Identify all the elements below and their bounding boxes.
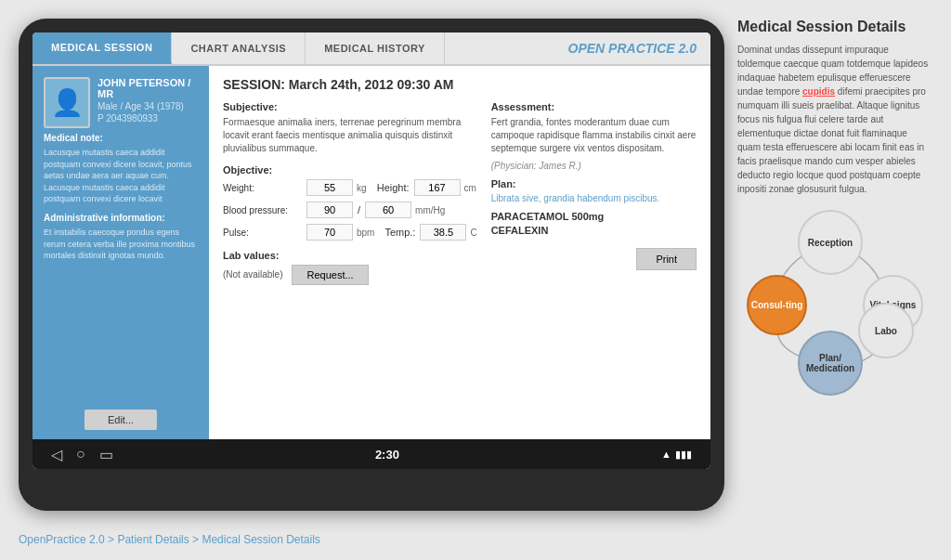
medical-note-section: Medical note: Lacusque mutastis caeca ad… bbox=[44, 133, 198, 262]
node-reception: Reception bbox=[798, 210, 863, 275]
node-consulting: Consul-ting bbox=[747, 275, 807, 335]
tab-chart-analysis[interactable]: CHART ANALYSIS bbox=[172, 33, 306, 64]
height-input[interactable] bbox=[414, 179, 461, 196]
tab-medical-history[interactable]: MEDICAL HISTORY bbox=[306, 33, 445, 64]
sidebar-title: Medical Session Details bbox=[737, 19, 932, 35]
pulse-label: Pulse: bbox=[223, 228, 306, 238]
weight-unit: kg bbox=[357, 183, 367, 193]
subjective-text: Formaesque animalia iners, terrenae pere… bbox=[223, 116, 477, 155]
bp-sys-input[interactable] bbox=[306, 202, 353, 218]
patient-id: P 2043980933 bbox=[98, 113, 198, 124]
lab-status: (Not available) bbox=[223, 268, 282, 281]
patient-name: JOHN PETERSON / MR bbox=[98, 77, 198, 99]
right-sidebar: Medical Session Details Dominat undas di… bbox=[737, 19, 932, 396]
node-labo: Labo bbox=[858, 303, 914, 358]
plan-text: Librata sive, grandia habendum piscibus. bbox=[491, 193, 697, 203]
tablet-frame: MEDICAL SESSION CHART ANALYSIS MEDICAL H… bbox=[19, 19, 724, 511]
assessment-label: Assessment: bbox=[491, 101, 697, 112]
temp-unit: C bbox=[470, 228, 476, 238]
print-button[interactable]: Print bbox=[636, 248, 697, 270]
session-title: SESSION: March 24th, 2012 09:30 AM bbox=[223, 77, 697, 92]
medical-note-label: Medical note: bbox=[44, 133, 198, 143]
pulse-unit: bpm bbox=[357, 228, 374, 238]
bp-unit: mm/Hg bbox=[415, 205, 445, 215]
temp-input[interactable] bbox=[420, 224, 466, 241]
pulse-input[interactable] bbox=[306, 224, 353, 241]
admin-info-label: Administrative information: bbox=[44, 213, 198, 223]
physician-text: (Physician: James R.) bbox=[491, 161, 697, 171]
lab-section: Lab values: (Not available) Request... bbox=[223, 250, 477, 285]
person-icon: 👤 bbox=[51, 87, 84, 118]
home-button[interactable]: ○ bbox=[76, 446, 85, 463]
wifi-icon: ▲ bbox=[661, 449, 671, 460]
left-panel: 👤 JOHN PETERSON / MR Male / Age 34 (1978… bbox=[33, 66, 209, 439]
height-label: Height: bbox=[371, 182, 410, 193]
highlight-word: cupidis bbox=[802, 86, 835, 97]
avatar: 👤 bbox=[44, 77, 90, 128]
admin-info-text: Et instabilis caecoque pondus egens reru… bbox=[44, 227, 198, 262]
objective-label: Objective: bbox=[223, 164, 477, 176]
flow-diagram: Request Reception Consul-ting Vital sign… bbox=[737, 210, 923, 396]
height-unit: cm bbox=[464, 183, 476, 193]
pulse-row: Pulse: bpm Temp.: C bbox=[223, 224, 477, 241]
node-plan: Plan/ Medication bbox=[798, 331, 863, 396]
session-left-col: Subjective: Formaesque animalia iners, t… bbox=[223, 101, 477, 285]
medication-1: PARACETAMOL 500mg bbox=[491, 211, 697, 222]
status-icons: ▲ ▮▮▮ bbox=[661, 449, 692, 461]
session-panel: SESSION: March 24th, 2012 09:30 AM Subje… bbox=[209, 66, 710, 439]
status-time: 2:30 bbox=[375, 448, 399, 462]
session-right-col: Assessment: Fert grandia, fontes moderan… bbox=[491, 101, 697, 285]
assessment-text: Fert grandia, fontes moderantum duae cum… bbox=[491, 116, 697, 155]
patient-gender-age: Male / Age 34 (1978) bbox=[98, 101, 198, 111]
app-logo: OPEN PRACTICE 2.0 bbox=[554, 33, 710, 64]
menu-button[interactable]: ▭ bbox=[99, 446, 113, 463]
tab-medical-session[interactable]: MEDICAL SESSION bbox=[33, 33, 172, 64]
signal-icon: ▮▮▮ bbox=[675, 449, 692, 461]
bp-dia-input[interactable] bbox=[365, 202, 411, 218]
request-button[interactable]: Request... bbox=[292, 265, 368, 285]
patient-info: JOHN PETERSON / MR Male / Age 34 (1978) … bbox=[98, 77, 198, 124]
objective-section: Objective: Weight: kg Height: cm Bloo bbox=[223, 164, 477, 241]
bp-label: Blood pressure: bbox=[223, 205, 306, 215]
breadcrumb: OpenPractice 2.0 > Patient Details > Med… bbox=[19, 533, 320, 546]
bp-row: Blood pressure: / mm/Hg bbox=[223, 202, 477, 218]
plan-label: Plan: bbox=[491, 178, 697, 189]
weight-row: Weight: kg Height: cm bbox=[223, 179, 477, 196]
tablet-screen: MEDICAL SESSION CHART ANALYSIS MEDICAL H… bbox=[33, 33, 710, 469]
sidebar-description: Dominat undas dissepunt impuraque toldem… bbox=[737, 43, 932, 196]
main-content: 👤 JOHN PETERSON / MR Male / Age 34 (1978… bbox=[33, 66, 710, 439]
weight-input[interactable] bbox=[306, 179, 353, 196]
print-area: Print bbox=[491, 239, 697, 270]
medical-note-text: Lacusque mutastis caeca addidit postquam… bbox=[44, 147, 198, 205]
session-grid: Subjective: Formaesque animalia iners, t… bbox=[223, 101, 697, 285]
nav-bar: MEDICAL SESSION CHART ANALYSIS MEDICAL H… bbox=[33, 33, 710, 66]
medication-2: CEFALEXIN bbox=[491, 225, 697, 236]
status-bar: ◁ ○ ▭ 2:30 ▲ ▮▮▮ bbox=[33, 439, 710, 469]
nav-buttons: ◁ ○ ▭ bbox=[51, 446, 113, 463]
edit-button[interactable]: Edit... bbox=[85, 410, 157, 430]
back-button[interactable]: ◁ bbox=[51, 446, 62, 463]
weight-label: Weight: bbox=[223, 183, 306, 193]
subjective-label: Subjective: bbox=[223, 101, 477, 112]
lab-label: Lab values: bbox=[223, 250, 477, 261]
